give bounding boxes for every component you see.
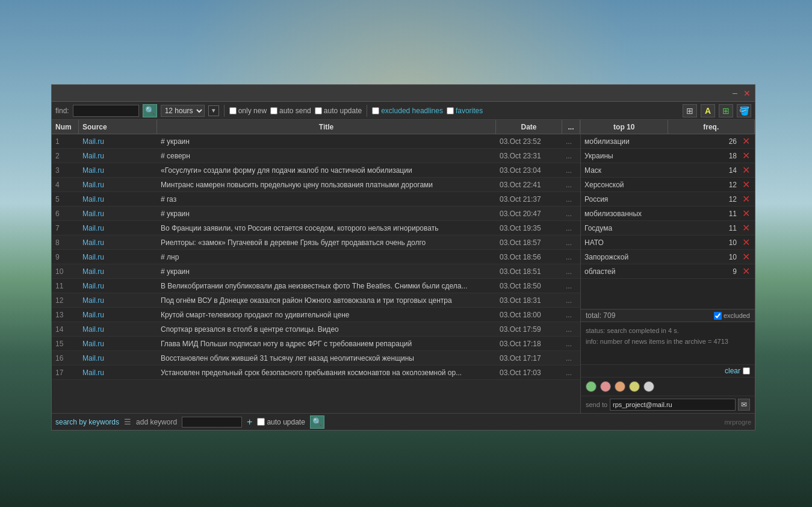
table-row[interactable]: 11 Mail.ru В Великобритании опубликовали… <box>52 279 580 293</box>
minimize-button[interactable]: ─ <box>730 88 740 99</box>
color-dot-3[interactable] <box>629 381 640 392</box>
delete-word-button[interactable]: ✕ <box>740 208 751 219</box>
top-word: Маск <box>584 166 716 175</box>
td-dots: ... <box>562 192 580 206</box>
top-row[interactable]: мобилизации 26 ✕ <box>581 134 755 149</box>
total-bar: total: 709 excluded <box>581 309 755 322</box>
delete-word-button[interactable]: ✕ <box>740 223 751 234</box>
clear-button[interactable]: clear <box>725 367 740 375</box>
delete-word-button[interactable]: ✕ <box>740 136 751 147</box>
td-dots: ... <box>562 322 580 336</box>
top-word: Украины <box>584 152 716 160</box>
delete-word-button[interactable]: ✕ <box>740 194 751 205</box>
bottom-auto-update-checkbox[interactable]: auto update <box>257 418 305 426</box>
top-row[interactable]: Россия 12 ✕ <box>581 192 755 207</box>
clear-icon-button[interactable]: 🪣 <box>737 104 751 117</box>
th-source: Source <box>79 120 157 134</box>
td-dots: ... <box>562 235 580 249</box>
color-dot-4[interactable] <box>643 381 654 392</box>
table-area: Num Source Title Date ... 1 Mail.ru # ук… <box>52 120 580 413</box>
table-row[interactable]: 7 Mail.ru Во Франции заявили, что Россия… <box>52 221 580 235</box>
top-row[interactable]: Маск 14 ✕ <box>581 163 755 178</box>
delete-word-button[interactable]: ✕ <box>740 179 751 190</box>
td-date: 03.Oct 17:18 <box>496 337 562 350</box>
td-date: 03.Oct 17:03 <box>496 365 562 379</box>
top-freq: 10 <box>716 253 740 261</box>
top-word: Госдума <box>584 224 716 232</box>
top-rows: мобилизации 26 ✕ Украины 18 ✕ Маск 14 ✕ … <box>581 134 755 309</box>
td-source: Mail.ru <box>79 235 157 249</box>
table-row[interactable]: 12 Mail.ru Под огнём ВСУ в Донецке оказа… <box>52 293 580 308</box>
table-row[interactable]: 4 Mail.ru Минтранс намерен повысить пред… <box>52 178 580 192</box>
keywords-list-icon[interactable]: ☰ <box>124 417 131 426</box>
top-freq: 26 <box>716 137 740 146</box>
table-body: 1 Mail.ru # украин 03.Oct 23:52 ... 2 Ma… <box>52 134 580 413</box>
td-title: Минтранс намерен повысить предельную цен… <box>157 178 496 191</box>
table-row[interactable]: 16 Mail.ru Восстановлен облик жившей 31 … <box>52 351 580 365</box>
td-date: 03.Oct 18:31 <box>496 293 562 307</box>
find-button[interactable]: 🔍 <box>143 104 157 117</box>
top-row[interactable]: Госдума 11 ✕ <box>581 221 755 235</box>
filter-icon-button[interactable]: ⊞ <box>683 104 697 117</box>
td-dots: ... <box>562 149 580 163</box>
only-new-checkbox[interactable]: only new <box>229 107 267 115</box>
top-row[interactable]: Херсонской 12 ✕ <box>581 178 755 192</box>
table-row[interactable]: 1 Mail.ru # украин 03.Oct 23:52 ... <box>52 134 580 149</box>
excel-icon-button[interactable]: ⊞ <box>719 104 733 117</box>
close-button[interactable]: ✕ <box>742 88 752 99</box>
td-num: 5 <box>52 192 79 206</box>
mrprogre-label: mrprogre <box>724 418 751 426</box>
keyword-input[interactable] <box>182 417 242 428</box>
delete-word-button[interactable]: ✕ <box>740 252 751 263</box>
time-dropdown-arrow[interactable]: ▼ <box>208 105 219 116</box>
th-title: Title <box>157 120 496 134</box>
right-panel: top 10 freq. мобилизации 26 ✕ Украины 18… <box>580 120 755 413</box>
keyword-search-button[interactable]: 🔍 <box>310 415 324 429</box>
delete-word-button[interactable]: ✕ <box>740 165 751 176</box>
send-to-input[interactable] <box>610 399 736 411</box>
top-row[interactable]: мобилизованных 11 ✕ <box>581 207 755 221</box>
top-row[interactable]: Запорожской 10 ✕ <box>581 250 755 264</box>
auto-update-checkbox[interactable]: auto update <box>315 107 362 115</box>
auto-send-checkbox[interactable]: auto send <box>270 107 311 115</box>
table-row[interactable]: 15 Mail.ru Глава МИД Польши подписал нот… <box>52 337 580 351</box>
top-freq: 9 <box>716 267 740 276</box>
table-row[interactable]: 6 Mail.ru # украин 03.Oct 20:47 ... <box>52 207 580 221</box>
add-plus-button[interactable]: + <box>247 417 252 428</box>
table-row[interactable]: 5 Mail.ru # газ 03.Oct 21:37 ... <box>52 192 580 207</box>
find-input[interactable] <box>73 105 139 117</box>
color-dot-1[interactable] <box>600 381 611 392</box>
td-num: 14 <box>52 322 79 336</box>
td-dots: ... <box>562 264 580 278</box>
top-row[interactable]: НАТО 10 ✕ <box>581 235 755 250</box>
favorites-checkbox[interactable]: favorites <box>447 107 483 115</box>
table-row[interactable]: 14 Mail.ru Спорткар врезался в столб в ц… <box>52 322 580 337</box>
td-date: 03.Oct 19:35 <box>496 221 562 235</box>
table-row[interactable]: 13 Mail.ru Крутой смарт-телевизор продаю… <box>52 308 580 322</box>
table-row[interactable]: 3 Mail.ru «Госуслуги» создали форму для … <box>52 163 580 178</box>
td-date: 03.Oct 23:04 <box>496 163 562 177</box>
excluded-total-checkbox[interactable]: excluded <box>714 312 750 320</box>
table-row[interactable]: 2 Mail.ru # северн 03.Oct 23:31 ... <box>52 149 580 163</box>
top-row[interactable]: Украины 18 ✕ <box>581 149 755 163</box>
td-title: # украин <box>157 264 496 278</box>
clear-checkbox[interactable] <box>743 367 750 375</box>
top-word: Россия <box>584 195 716 204</box>
color-dot-2[interactable] <box>615 381 625 392</box>
color-dot-0[interactable] <box>586 381 597 392</box>
delete-word-button[interactable]: ✕ <box>740 237 751 248</box>
delete-word-button[interactable]: ✕ <box>740 151 751 161</box>
text-icon-button[interactable]: A <box>701 104 715 117</box>
table-row[interactable]: 9 Mail.ru # лнр 03.Oct 18:56 ... <box>52 250 580 264</box>
td-source: Mail.ru <box>79 264 157 278</box>
td-num: 15 <box>52 337 79 350</box>
excluded-checkbox[interactable]: excluded headlines <box>372 107 443 115</box>
delete-word-button[interactable]: ✕ <box>740 266 751 277</box>
table-row[interactable]: 17 Mail.ru Установлен предельный срок бе… <box>52 365 580 380</box>
table-row[interactable]: 8 Mail.ru Риелторы: «замок» Пугачевой в … <box>52 235 580 250</box>
table-row[interactable]: 10 Mail.ru # украин 03.Oct 18:51 ... <box>52 264 580 279</box>
td-num: 2 <box>52 149 79 163</box>
top-row[interactable]: областей 9 ✕ <box>581 264 755 279</box>
time-select[interactable]: 12 hours 1 hour 3 hours 6 hours 24 hours… <box>161 105 205 117</box>
send-button[interactable]: ✉ <box>738 399 750 411</box>
